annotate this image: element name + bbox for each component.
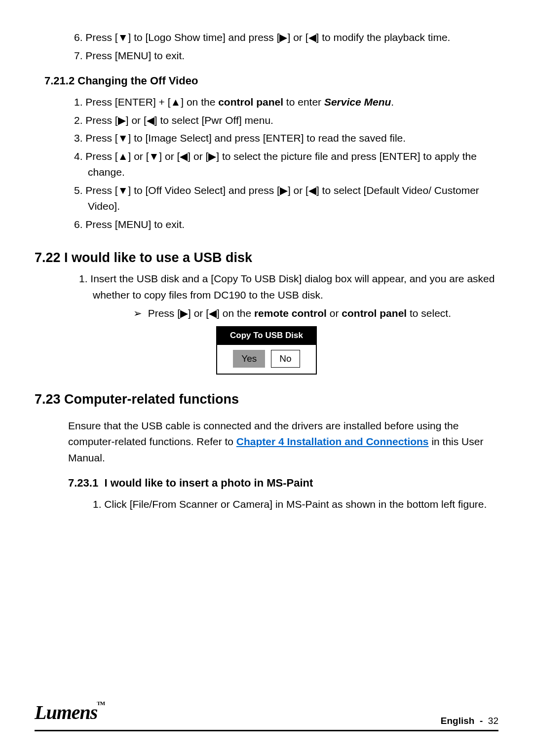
step-7: 7. Press [MENU] to exit. xyxy=(74,48,498,64)
step-6: 6. Press [MENU] to exit. xyxy=(74,217,498,233)
continued-steps-list: 6. Press [▼] to [Logo Show time] and pre… xyxy=(35,30,498,64)
sub-bullet: ➢ Press [▶] or [◀] on the remote control… xyxy=(133,305,498,322)
step-number: 4. xyxy=(74,151,83,162)
step-5: 5. Press [▼] to [Off Video Select] and p… xyxy=(74,183,498,215)
step-number: 6. xyxy=(74,219,83,230)
step-1: 1. Click [File/From Scanner or Camera] i… xyxy=(93,496,498,513)
steps-7-22: 1. Insert the USB disk and a [Copy To US… xyxy=(35,271,498,303)
section-heading-7-23: 7.23 Computer-related functions xyxy=(35,389,498,410)
step-number: 1. xyxy=(79,273,88,284)
dialog-title: Copy To USB Disk xyxy=(217,327,316,345)
tm-icon: TM xyxy=(97,700,105,706)
step-number: 6. xyxy=(74,32,83,43)
copy-to-usb-dialog: Copy To USB Disk Yes No xyxy=(216,326,317,375)
footer-page-info: English - 32 xyxy=(441,714,498,728)
steps-7-23-1: 1. Click [File/From Scanner or Camera] i… xyxy=(35,496,498,513)
no-button[interactable]: No xyxy=(271,350,300,367)
subsection-heading-7-23-1: 7.23.1 I would like to insert a photo in… xyxy=(68,475,498,491)
step-2: 2. Press [▶] or [◀] to select [Pwr Off] … xyxy=(74,113,498,129)
step-number: 3. xyxy=(74,132,83,144)
yes-button[interactable]: Yes xyxy=(233,350,265,367)
step-4: 4. Press [▲] or [▼] or [◀] or [▶] to sel… xyxy=(74,149,498,181)
step-number: 1. xyxy=(74,96,83,108)
step-number: 7. xyxy=(74,50,83,61)
step-text: Press [▼] to [Logo Show time] and press … xyxy=(85,32,450,43)
lumens-logo: LumensTM xyxy=(35,697,105,728)
step-number: 1. xyxy=(93,498,102,510)
step-6: 6. Press [▼] to [Logo Show time] and pre… xyxy=(74,30,498,46)
chapter-4-link[interactable]: Chapter 4 Installation and Connections xyxy=(236,436,429,447)
step-1: 1. Press [ENTER] + [▲] on the control pa… xyxy=(74,94,498,111)
paragraph-7-23: Ensure that the USB cable is connected a… xyxy=(68,418,498,466)
step-1: 1. Insert the USB disk and a [Copy To US… xyxy=(79,271,498,303)
dialog-body: Yes No xyxy=(217,345,316,373)
step-number: 2. xyxy=(74,114,83,126)
arrow-icon: ➢ xyxy=(133,307,142,319)
step-3: 3. Press [▼] to [Image Select] and press… xyxy=(74,130,498,147)
subsection-heading-7-21-2: 7.21.2 Changing the Off Video xyxy=(44,73,498,89)
section-heading-7-22: 7.22 I would like to use a USB disk xyxy=(35,248,498,268)
step-text: Press [MENU] to exit. xyxy=(85,50,185,61)
steps-7-21-2: 1. Press [ENTER] + [▲] on the control pa… xyxy=(35,94,498,232)
step-number: 5. xyxy=(74,185,83,196)
page-footer: LumensTM English - 32 xyxy=(35,697,498,731)
